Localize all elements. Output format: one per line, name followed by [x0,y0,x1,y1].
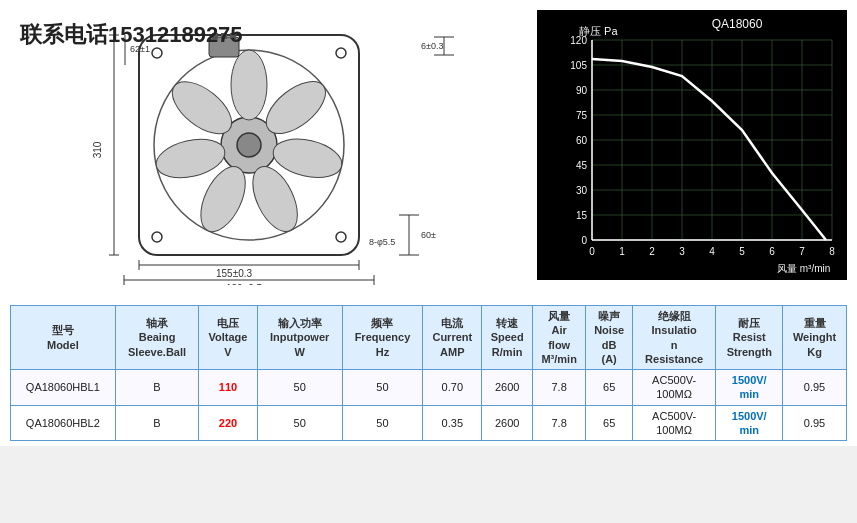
col-voltage: 电压VoltageV [199,306,257,370]
svg-text:30: 30 [576,185,588,196]
cell-bearing: B [115,370,199,406]
cell-current: 0.70 [423,370,482,406]
svg-text:3: 3 [679,246,685,257]
svg-text:90: 90 [576,85,588,96]
diagram-area: 联系电话15312189275 [10,10,527,290]
svg-point-7 [237,133,261,157]
phone-label: 联系电话15312189275 [20,20,243,50]
cell-airflow: 7.8 [532,405,586,441]
cell-speed: 2600 [482,405,532,441]
svg-text:120: 120 [570,35,587,46]
col-model: 型号Model [11,306,116,370]
cell-noise: 65 [586,370,632,406]
svg-text:2: 2 [649,246,655,257]
svg-text:0: 0 [581,235,587,246]
col-airflow: 风量AirflowM³/min [532,306,586,370]
col-current: 电流CurrentAMP [423,306,482,370]
col-speed: 转速SpeedR/min [482,306,532,370]
svg-text:QA18060: QA18060 [712,17,763,31]
svg-text:4: 4 [709,246,715,257]
cell-current: 0.35 [423,405,482,441]
svg-text:6±0.3: 6±0.3 [421,41,443,51]
svg-text:8: 8 [829,246,835,257]
svg-point-8 [231,50,267,120]
cell-airflow: 7.8 [532,370,586,406]
table-row: QA18060HBL2 B 220 50 50 0.35 2600 7.8 65… [11,405,847,441]
col-frequency: 频率FrequencyHz [342,306,422,370]
svg-text:7: 7 [799,246,805,257]
cell-insulation: AC500V-100MΩ [632,405,716,441]
svg-text:60: 60 [576,135,588,146]
col-insulation: 绝缘阻InsulationResistance [632,306,716,370]
chart-svg: QA18060 静压 Pa [537,10,847,280]
cell-frequency: 50 [342,370,422,406]
cell-insulation: AC500V-100MΩ [632,370,716,406]
cell-model: QA18060HBL1 [11,370,116,406]
specs-table-section: 型号Model 轴承BeaingSleeve.Ball 电压VoltageV 输… [0,300,857,446]
cell-resist: 1500V/min [716,370,783,406]
cell-voltage: 220 [199,405,257,441]
cell-model: QA18060HBL2 [11,405,116,441]
svg-text:0: 0 [589,246,595,257]
svg-text:5: 5 [739,246,745,257]
svg-text:15: 15 [576,210,588,221]
cell-bearing: B [115,405,199,441]
cell-weight: 0.95 [783,405,847,441]
cell-inputpower: 50 [257,370,342,406]
svg-text:1: 1 [619,246,625,257]
col-weight: 重量WeinghtKg [783,306,847,370]
col-resist: 耐压ResistStrength [716,306,783,370]
svg-point-3 [152,232,162,242]
col-bearing: 轴承BeaingSleeve.Ball [115,306,199,370]
table-row: QA18060HBL1 B 110 50 50 0.70 2600 7.8 65… [11,370,847,406]
svg-text:155±0.3: 155±0.3 [215,268,252,279]
top-section: 联系电话15312189275 [0,0,857,300]
cell-weight: 0.95 [783,370,847,406]
cell-frequency: 50 [342,405,422,441]
col-inputpower: 输入功率InputpowerW [257,306,342,370]
svg-text:310: 310 [92,141,103,158]
svg-text:风量 m³/min: 风量 m³/min [777,263,830,274]
svg-text:8-φ5.5: 8-φ5.5 [369,237,395,247]
svg-text:60±: 60± [421,230,436,240]
fan-diagram: 155±0.3 180±0.5 310 62±1 8-φ5.5 60± [79,15,459,285]
svg-point-4 [336,232,346,242]
svg-text:75: 75 [576,110,588,121]
svg-text:45: 45 [576,160,588,171]
cell-inputpower: 50 [257,405,342,441]
svg-text:105: 105 [570,60,587,71]
performance-chart: QA18060 静压 Pa [537,10,847,280]
cell-resist: 1500V/min [716,405,783,441]
cell-speed: 2600 [482,370,532,406]
table-header-row: 型号Model 轴承BeaingSleeve.Ball 电压VoltageV 输… [11,306,847,370]
svg-text:6: 6 [769,246,775,257]
specs-table: 型号Model 轴承BeaingSleeve.Ball 电压VoltageV 输… [10,305,847,441]
cell-voltage: 110 [199,370,257,406]
svg-point-2 [336,48,346,58]
svg-text:180±0.5: 180±0.5 [225,283,262,285]
col-noise: 噪声NoisedB(A) [586,306,632,370]
cell-noise: 65 [586,405,632,441]
